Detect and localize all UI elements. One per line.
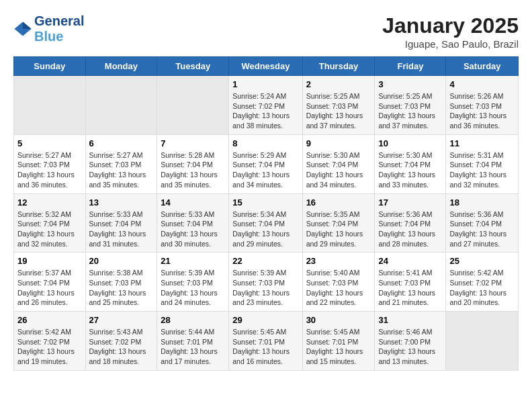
day-info: Sunrise: 5:30 AM Sunset: 7:04 PM Dayligh… (378, 150, 442, 190)
day-number: 30 (306, 315, 371, 325)
day-info: Sunrise: 5:42 AM Sunset: 7:02 PM Dayligh… (17, 327, 82, 367)
column-header-monday: Monday (85, 57, 157, 76)
day-info: Sunrise: 5:27 AM Sunset: 7:03 PM Dayligh… (17, 150, 82, 190)
day-number: 18 (449, 197, 515, 208)
day-info: Sunrise: 5:29 AM Sunset: 7:04 PM Dayligh… (232, 150, 298, 190)
calendar-cell: 18Sunrise: 5:36 AM Sunset: 7:04 PM Dayli… (446, 193, 519, 253)
calendar-cell (14, 76, 86, 135)
day-info: Sunrise: 5:46 AM Sunset: 7:00 PM Dayligh… (378, 327, 442, 367)
day-number: 2 (306, 79, 371, 89)
day-number: 16 (306, 197, 371, 208)
day-info: Sunrise: 5:24 AM Sunset: 7:02 PM Dayligh… (232, 91, 298, 131)
day-number: 28 (161, 315, 225, 325)
logo-general: General (34, 13, 84, 29)
column-header-sunday: Sunday (14, 57, 86, 76)
calendar-cell: 24Sunrise: 5:41 AM Sunset: 7:03 PM Dayli… (375, 253, 446, 312)
day-number: 12 (17, 197, 82, 208)
calendar-week-row: 19Sunrise: 5:37 AM Sunset: 7:04 PM Dayli… (14, 253, 519, 312)
calendar-cell: 5Sunrise: 5:27 AM Sunset: 7:03 PM Daylig… (14, 134, 86, 193)
day-info: Sunrise: 5:36 AM Sunset: 7:04 PM Dayligh… (378, 210, 442, 249)
column-header-saturday: Saturday (446, 57, 519, 76)
day-number: 21 (161, 256, 225, 266)
day-info: Sunrise: 5:41 AM Sunset: 7:03 PM Dayligh… (378, 268, 442, 308)
day-info: Sunrise: 5:36 AM Sunset: 7:04 PM Dayligh… (449, 210, 515, 249)
calendar-cell: 12Sunrise: 5:32 AM Sunset: 7:04 PM Dayli… (14, 193, 86, 253)
calendar-cell: 15Sunrise: 5:34 AM Sunset: 7:04 PM Dayli… (229, 193, 302, 253)
day-number: 27 (89, 315, 154, 325)
calendar-cell: 28Sunrise: 5:44 AM Sunset: 7:01 PM Dayli… (157, 312, 229, 371)
day-number: 23 (306, 256, 371, 266)
calendar-cell: 9Sunrise: 5:30 AM Sunset: 7:04 PM Daylig… (302, 134, 375, 193)
day-info: Sunrise: 5:44 AM Sunset: 7:01 PM Dayligh… (161, 327, 225, 367)
day-info: Sunrise: 5:38 AM Sunset: 7:03 PM Dayligh… (89, 268, 154, 308)
calendar-cell: 31Sunrise: 5:46 AM Sunset: 7:00 PM Dayli… (375, 312, 446, 371)
calendar-cell: 20Sunrise: 5:38 AM Sunset: 7:03 PM Dayli… (85, 253, 157, 312)
day-number: 6 (89, 138, 154, 148)
day-number: 29 (232, 315, 298, 325)
day-info: Sunrise: 5:37 AM Sunset: 7:04 PM Dayligh… (17, 268, 82, 308)
day-number: 26 (17, 315, 82, 325)
calendar-cell: 26Sunrise: 5:42 AM Sunset: 7:02 PM Dayli… (14, 312, 86, 371)
day-info: Sunrise: 5:28 AM Sunset: 7:04 PM Dayligh… (161, 150, 225, 190)
day-info: Sunrise: 5:39 AM Sunset: 7:03 PM Dayligh… (161, 268, 225, 308)
column-header-thursday: Thursday (302, 57, 375, 76)
title-area: January 2025 Iguape, Sao Paulo, Brazil (382, 13, 519, 50)
calendar-cell: 1Sunrise: 5:24 AM Sunset: 7:02 PM Daylig… (229, 76, 302, 135)
calendar-cell: 22Sunrise: 5:39 AM Sunset: 7:03 PM Dayli… (229, 253, 302, 312)
calendar-cell: 4Sunrise: 5:26 AM Sunset: 7:03 PM Daylig… (446, 76, 519, 135)
day-info: Sunrise: 5:34 AM Sunset: 7:04 PM Dayligh… (232, 210, 298, 249)
day-info: Sunrise: 5:30 AM Sunset: 7:04 PM Dayligh… (306, 150, 371, 190)
day-number: 10 (378, 138, 442, 148)
day-number: 13 (89, 197, 154, 208)
calendar-cell: 30Sunrise: 5:45 AM Sunset: 7:01 PM Dayli… (302, 312, 375, 371)
calendar-cell: 7Sunrise: 5:28 AM Sunset: 7:04 PM Daylig… (157, 134, 229, 193)
day-number: 8 (232, 138, 298, 148)
calendar-cell: 19Sunrise: 5:37 AM Sunset: 7:04 PM Dayli… (14, 253, 86, 312)
day-number: 1 (232, 79, 298, 89)
logo-blue: Blue (34, 29, 63, 44)
month-title: January 2025 (382, 13, 519, 38)
day-info: Sunrise: 5:45 AM Sunset: 7:01 PM Dayligh… (232, 327, 298, 367)
calendar-week-row: 5Sunrise: 5:27 AM Sunset: 7:03 PM Daylig… (14, 134, 519, 193)
calendar-header-row: SundayMondayTuesdayWednesdayThursdayFrid… (14, 57, 519, 76)
day-info: Sunrise: 5:42 AM Sunset: 7:02 PM Dayligh… (449, 268, 515, 308)
column-header-friday: Friday (375, 57, 446, 76)
calendar-cell: 29Sunrise: 5:45 AM Sunset: 7:01 PM Dayli… (229, 312, 302, 371)
day-number: 11 (449, 138, 515, 148)
logo-icon (13, 19, 32, 38)
calendar-cell: 10Sunrise: 5:30 AM Sunset: 7:04 PM Dayli… (375, 134, 446, 193)
day-info: Sunrise: 5:26 AM Sunset: 7:03 PM Dayligh… (449, 91, 515, 131)
page-header: General Blue January 2025 Iguape, Sao Pa… (13, 13, 519, 50)
calendar-cell: 23Sunrise: 5:40 AM Sunset: 7:03 PM Dayli… (302, 253, 375, 312)
column-header-wednesday: Wednesday (229, 57, 302, 76)
day-number: 20 (89, 256, 154, 266)
location: Iguape, Sao Paulo, Brazil (382, 38, 519, 50)
calendar-cell (85, 76, 157, 135)
calendar-week-row: 12Sunrise: 5:32 AM Sunset: 7:04 PM Dayli… (14, 193, 519, 253)
calendar-cell (446, 312, 519, 371)
day-info: Sunrise: 5:43 AM Sunset: 7:02 PM Dayligh… (89, 327, 154, 367)
calendar-cell: 17Sunrise: 5:36 AM Sunset: 7:04 PM Dayli… (375, 193, 446, 253)
column-header-tuesday: Tuesday (157, 57, 229, 76)
day-number: 5 (17, 138, 82, 148)
day-number: 25 (449, 256, 515, 266)
day-number: 15 (232, 197, 298, 208)
calendar-cell: 3Sunrise: 5:25 AM Sunset: 7:03 PM Daylig… (375, 76, 446, 135)
day-info: Sunrise: 5:27 AM Sunset: 7:03 PM Dayligh… (89, 150, 154, 190)
day-number: 4 (449, 79, 515, 89)
day-info: Sunrise: 5:40 AM Sunset: 7:03 PM Dayligh… (306, 268, 371, 308)
calendar-table: SundayMondayTuesdayWednesdayThursdayFrid… (13, 56, 519, 371)
day-number: 14 (161, 197, 225, 208)
calendar-cell: 6Sunrise: 5:27 AM Sunset: 7:03 PM Daylig… (85, 134, 157, 193)
calendar-cell: 2Sunrise: 5:25 AM Sunset: 7:03 PM Daylig… (302, 76, 375, 135)
calendar-week-row: 1Sunrise: 5:24 AM Sunset: 7:02 PM Daylig… (14, 76, 519, 135)
day-number: 22 (232, 256, 298, 266)
calendar-cell: 14Sunrise: 5:33 AM Sunset: 7:04 PM Dayli… (157, 193, 229, 253)
day-info: Sunrise: 5:33 AM Sunset: 7:04 PM Dayligh… (161, 210, 225, 249)
calendar-cell: 25Sunrise: 5:42 AM Sunset: 7:02 PM Dayli… (446, 253, 519, 312)
day-info: Sunrise: 5:39 AM Sunset: 7:03 PM Dayligh… (232, 268, 298, 308)
day-info: Sunrise: 5:45 AM Sunset: 7:01 PM Dayligh… (306, 327, 371, 367)
calendar-cell: 21Sunrise: 5:39 AM Sunset: 7:03 PM Dayli… (157, 253, 229, 312)
day-info: Sunrise: 5:35 AM Sunset: 7:04 PM Dayligh… (306, 210, 371, 249)
day-number: 19 (17, 256, 82, 266)
